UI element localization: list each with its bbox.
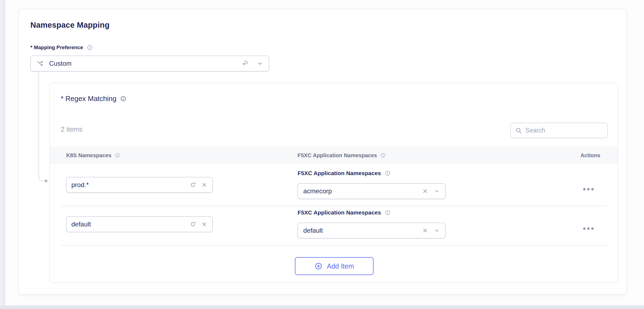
left-panel-edge [0,0,5,309]
k8s-namespace-input[interactable] [71,220,185,228]
k8s-namespace-input-row1[interactable] [66,177,213,193]
column-header-f5xc-namespaces: F5XC Application Namespaces [298,146,386,164]
mapping-preference-label: * Mapping Preference [30,45,83,51]
page-title: Namespace Mapping [30,21,110,30]
info-icon[interactable] [87,45,93,51]
undo-icon[interactable] [242,60,249,67]
mapping-preference-label-row: * Mapping Preference [30,45,93,51]
f5xc-namespace-label-row2: F5XC Application Namespaces [298,209,391,216]
namespace-mapping-screen: Namespace Mapping * Mapping Preference [0,0,644,309]
refresh-icon[interactable] [190,182,196,188]
info-icon[interactable] [380,153,386,158]
search-box[interactable] [511,123,608,138]
info-icon[interactable] [115,153,120,158]
chevron-down-icon[interactable] [434,188,440,194]
info-icon[interactable] [120,96,126,102]
column-header-actions: Actions [581,146,600,164]
plus-circle-icon [314,262,323,270]
f5xc-namespace-label-row1: F5XC Application Namespaces [298,170,391,176]
ellipsis-icon[interactable] [579,225,597,232]
add-item-label: Add Item [327,262,354,270]
regex-matching-card: * Regex Matching 2 items [49,83,618,283]
tree-connector-dot [44,179,47,182]
search-icon [515,127,522,134]
table-header-row: K8S Namespaces F5XC Application Namespac… [50,146,618,164]
refresh-icon[interactable] [190,221,196,228]
regex-matching-title-row: * Regex Matching [61,94,126,103]
branch-icon [36,60,44,67]
x-icon[interactable] [201,221,208,228]
page-bottom-band [0,305,644,309]
f5xc-namespace-select-row2[interactable]: default [298,223,445,238]
f5xc-namespace-select-row1[interactable]: acmecorp [298,183,445,199]
namespace-mapping-card: Namespace Mapping * Mapping Preference [18,9,627,295]
row-divider [61,245,607,246]
items-count: 2 items [61,125,83,133]
info-icon[interactable] [385,210,391,216]
regex-matching-title: * Regex Matching [61,94,116,103]
row-divider [61,206,607,206]
info-icon[interactable] [385,170,391,176]
k8s-namespace-input[interactable] [71,181,185,189]
chevron-down-icon[interactable] [257,60,263,67]
x-icon[interactable] [422,227,428,234]
search-input[interactable] [525,127,603,134]
chevron-down-icon[interactable] [434,228,440,234]
mapping-preference-select[interactable]: Custom [30,56,269,71]
k8s-namespace-input-row2[interactable] [66,216,213,232]
column-header-k8s-namespaces: K8S Namespaces [66,146,120,164]
ellipsis-icon[interactable] [579,186,597,193]
x-icon[interactable] [422,188,428,194]
x-icon[interactable] [201,182,208,188]
mapping-preference-value: Custom [49,60,72,67]
add-item-button[interactable]: Add Item [295,257,374,275]
tree-connector-line [39,71,45,181]
